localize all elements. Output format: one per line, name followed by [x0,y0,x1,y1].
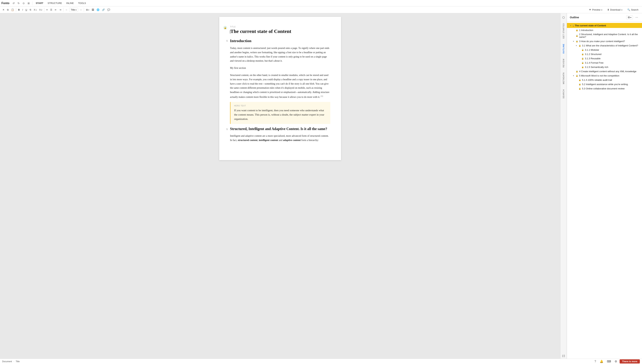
toolbar-sep-4 [84,8,84,12]
root-lock-icon: 🔒 [572,24,575,27]
table-button[interactable]: ⊞ [85,8,90,12]
item315-expand [578,66,580,68]
outline-item-311[interactable]: 🔒 3.1.1 Modular [567,48,642,52]
app-logo: Fonto [2,2,9,5]
item51-label: 5.1 A 100% reliable audit trail [582,79,612,81]
history-button[interactable]: ⊙ [22,1,26,5]
item4-label: 4 Create intelligent content without any… [579,70,636,73]
item1-label: 1 Introduction [579,29,593,32]
underline-button[interactable]: U [24,8,28,12]
outline-item-315[interactable]: 🔒 3.1.5 Semantically rich [567,65,642,69]
item5-label: 5 Microsoft Word is not the competition [579,74,619,77]
paste-button[interactable]: 📋 [10,8,15,12]
strikethrough-button[interactable]: S [28,8,32,12]
style-dropdown-value: Title [71,8,75,11]
side-tab-icon-top[interactable]: ⬡ [561,15,566,20]
outline-item-31[interactable]: 🔒 3.1 What are the characteristics of In… [567,43,642,48]
item5-lock: 🔒 [576,74,578,77]
item4-expand [572,70,575,73]
download-button[interactable]: ⬇ Download [605,8,624,12]
item312-label: 3.1.2 Structured [585,53,602,56]
outline-item-314[interactable]: 🔒 3.1.4 Format Free [567,60,642,65]
item52-expand [575,83,578,86]
bullet-list-button[interactable]: ≡ [45,8,49,12]
copy-button[interactable]: ⧉ [6,8,10,12]
item311-expand [578,48,580,51]
item315-lock: 🔒 [581,66,584,68]
settings-button[interactable]: ⚙ [614,359,618,364]
section-heading-2: § Structured, Intelligent and Adaptive C… [230,127,330,131]
nav-start[interactable]: START [34,1,45,5]
style-dropdown-chevron [76,8,76,11]
grid-button[interactable]: ⊞ [26,1,31,5]
side-tab-outline[interactable]: OUTLINE [562,42,565,56]
help-button[interactable]: ? [594,360,597,364]
bell-button[interactable]: 🔔 [599,359,604,364]
outline-item-5[interactable]: 🔒 5 Microsoft Word is not the competitio… [567,74,642,78]
forward-button[interactable]: → [78,8,83,12]
item3-lock: 🔒 [576,40,578,43]
nav-inline[interactable]: INLINE [64,1,76,5]
side-tab-review[interactable]: REVIEW [562,56,565,70]
side-tab-get-started[interactable]: GET STARTED [562,21,565,41]
toolbar-sep-3 [63,8,64,12]
there-is-more-button[interactable]: There is more [620,359,640,364]
bold-button[interactable]: B [17,8,21,12]
ordered-list-button[interactable]: ☰ [49,8,54,12]
document-page: 🔒 TITLE The current state of Content § I… [219,17,341,160]
side-tab-search[interactable]: SEARCH [562,87,565,101]
status-title[interactable]: Title [16,360,20,363]
footnote-1: [1] [321,95,323,97]
link-button[interactable]: 🔗 [101,8,106,12]
outline-root-item[interactable]: ▾ 🔒 The current state of Content [567,23,642,28]
redo-button[interactable]: ↻ [16,1,21,5]
image-button[interactable]: 🖼 [91,8,95,12]
undo-button[interactable]: ↺ [12,1,16,5]
search-button[interactable]: 🔍 Search [625,8,640,12]
italic-button[interactable]: I [21,8,24,12]
side-tab-icon-code[interactable]: ⟨/⟩ [561,353,566,359]
back-button[interactable]: ← [64,8,69,12]
keyboard-button[interactable]: ⌨ [606,359,612,364]
outline-item-53[interactable]: 🔒 5.3 Online collaborative document revi… [567,86,642,91]
search-icon: 🔍 [627,8,630,11]
root-expand-icon: ▾ [569,24,572,27]
outline-item-4[interactable]: 🔒 4 Create intelligent content without a… [567,69,642,74]
preview-icon: 👁 [589,8,591,11]
status-document[interactable]: Document [2,360,12,363]
close-button[interactable]: ✕ [2,8,6,12]
outline-item-52[interactable]: 🔒 5.2 Intelligent assistance while you'r… [567,82,642,86]
outline-item-3[interactable]: 🔒 3 How do you make your content intelli… [567,39,642,43]
status-title-label: Title [16,360,20,363]
status-right: ? 🔔 ⌨ ⚙ There is more [594,359,640,364]
nav-tools[interactable]: TOOLS [76,1,88,5]
superscript-button[interactable]: X2 [38,8,43,12]
nav-structure[interactable]: STRUCTURE [46,1,64,5]
item3-expand [572,40,575,43]
indent-less-button[interactable]: ⇤ [54,8,58,12]
doc-title-label: TITLE [230,26,330,28]
subscript-button[interactable]: X1 [32,8,38,12]
filter-icon: ⊟ [628,16,630,19]
filter-chevron [630,16,631,19]
preview-chevron [601,8,602,11]
globe-button[interactable]: 🌐 [96,8,100,12]
item5-expand [572,74,575,77]
style-dropdown[interactable]: Title [69,8,78,12]
comment-button[interactable]: 💬 [106,8,111,12]
side-tab-metadata[interactable]: METADATA [562,70,565,86]
preview-button[interactable]: 👁 Preview [587,8,604,12]
item313-lock: 🔒 [581,57,584,60]
document-area[interactable]: 🔒 TITLE The current state of Content § I… [0,13,560,359]
outline-more-button[interactable]: ··· [634,15,639,20]
outline-item-51[interactable]: 🔒 5.1 A 100% reliable audit trail [567,78,642,82]
outline-item-313[interactable]: 🔒 3.1.3 Reusable [567,56,642,60]
outline-item-312[interactable]: 🔒 3.1.2 Structured [567,52,642,56]
outline-item-2[interactable]: 🔒 2 Structured, Intelligent and Adaptive… [567,32,642,39]
outline-filter-button[interactable]: ⊟ [626,15,633,19]
item312-expand [578,53,580,56]
indent-more-button[interactable]: ⇥ [58,8,62,12]
item31-label: 3.1 What are the characteristics of Inte… [582,44,638,47]
outline-item-1[interactable]: 🔒 1 Introduction [567,28,642,32]
item51-lock: 🔒 [578,78,581,81]
